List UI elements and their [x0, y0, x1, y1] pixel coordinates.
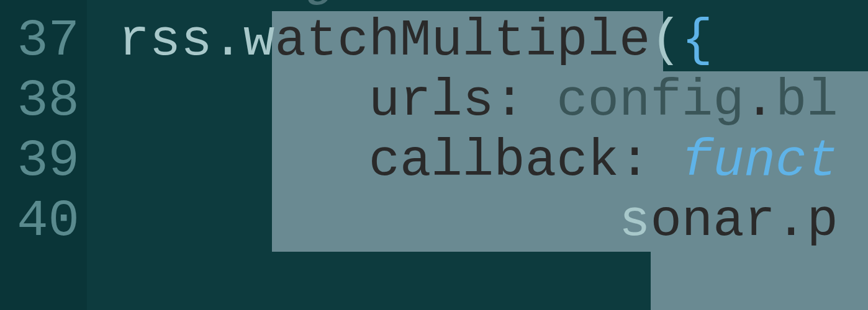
code-line[interactable]: sonar.p [87, 192, 868, 252]
code-token: onar [650, 192, 775, 250]
line-number: 38 [5, 71, 79, 131]
code-token: atchMultiple [274, 11, 650, 70]
code-token: ( [650, 11, 681, 70]
line-number: 37 [5, 11, 79, 71]
code-token [650, 131, 681, 190]
code-token: rss.w [118, 11, 274, 70]
code-token: urls: [369, 71, 525, 130]
code-token [525, 71, 556, 130]
code-token: . [744, 71, 775, 130]
code-token: bl [775, 71, 838, 130]
code-token: . [775, 192, 807, 250]
code-token [87, 192, 619, 250]
code-line[interactable]: urls: config.bl [87, 71, 868, 131]
code-token: callback: [369, 131, 651, 190]
text-selection [651, 252, 868, 310]
code-token: funct [682, 131, 838, 190]
line-number: 39 [5, 131, 79, 192]
code-line[interactable]: rss.watchMultiple({ [87, 11, 868, 71]
code-token: s [619, 192, 650, 250]
code-token [87, 71, 369, 130]
line-number: 36 [5, 0, 79, 11]
code-token: config [556, 71, 744, 130]
line-number: 40 [5, 192, 79, 252]
code-token [87, 131, 369, 190]
line-gutter: 36 37 38 39 40 [0, 0, 87, 310]
code-token: { [682, 11, 713, 70]
code-line[interactable]: callback: funct [87, 131, 868, 192]
code-token: p [807, 192, 838, 250]
code-token [87, 11, 118, 70]
code-area[interactable]: // blogs rss.watchMultiple({ urls: confi… [87, 0, 868, 310]
code-token: // blogs [87, 0, 369, 10]
code-editor[interactable]: 36 37 38 39 40 // blogs rss.watchMultipl… [0, 0, 868, 310]
code-line[interactable]: // blogs [87, 0, 868, 11]
